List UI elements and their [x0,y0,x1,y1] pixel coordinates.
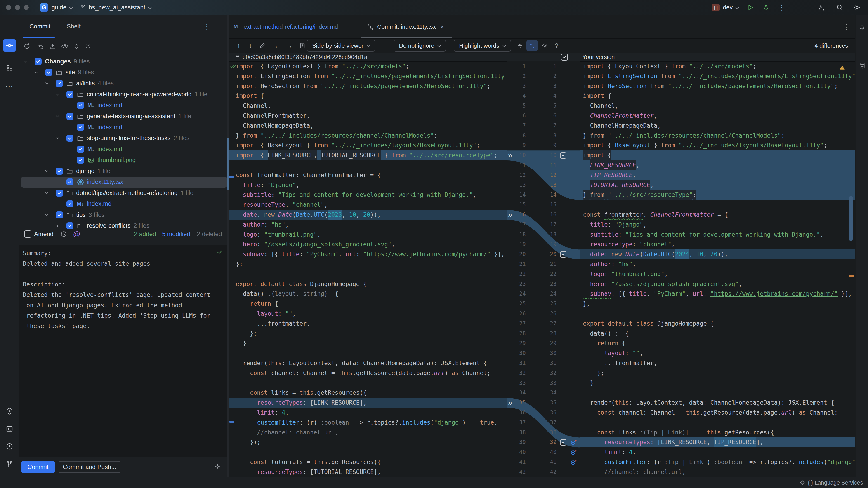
collapse-all-icon[interactable] [82,40,94,52]
help-icon[interactable]: ? [551,39,562,52]
tree-scrollbar-thumb[interactable] [227,138,229,190]
chevron-down-icon[interactable] [33,67,39,78]
chevron-down-icon[interactable] [44,209,50,220]
amend-checkbox[interactable] [24,229,31,239]
run-config-selector[interactable]: dev [723,0,739,15]
next-difference-icon[interactable]: ↓ [245,39,256,52]
tree-row-django[interactable]: django1 file [21,166,227,176]
search-everywhere-button[interactable] [835,0,845,15]
include-change-checkbox[interactable] [560,251,566,258]
row-checkbox[interactable] [77,144,84,155]
database-icon[interactable] [859,62,866,69]
more-actions-button[interactable]: ⋮ [777,0,787,15]
tree-row-tips[interactable]: tips3 files [21,209,227,220]
tab-commit-diff[interactable]: Commit: index.11ty.tsx × [367,15,444,38]
run-button[interactable] [745,0,755,15]
scrollbar-thumb[interactable] [849,196,852,241]
tab-commit[interactable]: Commit [29,15,51,38]
row-checkbox[interactable] [66,89,73,100]
tree-row-index.md[interactable]: M↓index.md [21,199,227,209]
edit-source-icon[interactable] [256,39,268,52]
include-all-checkbox[interactable] [561,54,568,61]
shelve-icon[interactable] [47,40,59,52]
window-zoom-button[interactable] [24,5,29,10]
row-checkbox[interactable] [56,166,63,176]
expand-all-icon[interactable] [71,40,83,52]
tab-shelf[interactable]: Shelf [67,15,81,38]
commit-panel-options-button[interactable]: ⋮ [204,15,210,38]
row-checkbox[interactable] [66,177,73,188]
debug-button[interactable] [761,0,771,15]
window-close-button[interactable] [6,5,11,10]
tree-row-ai/links[interactable]: ai/links4 files [21,78,227,89]
commit-options-icon[interactable]: @ [73,229,80,239]
tree-row-dotnet/tips/extract-method-refactoring[interactable]: dotnet/tips/extract-method-refactoring1 … [21,188,227,198]
commit-message-editor[interactable]: Summary:Deleted and added several site p… [19,245,229,457]
settings-button[interactable] [852,0,862,15]
row-checkbox[interactable] [56,78,63,89]
project-selector[interactable]: guide [52,0,72,15]
hide-panel-button[interactable]: — [216,15,223,38]
commit-and-push-button[interactable]: Commit and Push... [58,461,121,473]
tree-row-critical-thinking-in-an-ai-powered-world[interactable]: critical-thinking-in-an-ai-powered-world… [21,89,227,100]
apply-change-marker[interactable]: » [508,398,511,408]
chevron-down-icon[interactable] [23,56,28,67]
git-tool-button[interactable] [0,458,19,470]
tree-row-generate-tests-using-ai-assistant[interactable]: generate-tests-using-ai-assistant1 file [21,111,227,122]
changed-line-intention-icon[interactable] [569,437,578,447]
go-left-icon[interactable]: ← [272,39,283,52]
history-icon[interactable] [60,229,67,239]
tree-row-thumbnail.png[interactable]: thumbnail.png [21,155,227,166]
chevron-down-icon[interactable] [55,89,60,100]
whitespace-dropdown[interactable]: Do not ignore [394,40,446,52]
synchronize-scrolling-toggle[interactable] [526,40,538,51]
row-checkbox[interactable] [77,122,84,133]
row-checkbox[interactable] [66,199,73,209]
chevron-down-icon[interactable] [44,78,50,89]
diff-left-pane[interactable]: import { LayoutContext } from "../../src… [229,61,507,477]
language-services-widget[interactable]: { } Language Services [800,477,863,488]
preview-diff-icon[interactable] [59,40,71,52]
apply-change-marker[interactable]: » [508,210,511,220]
commit-button[interactable]: Commit [21,461,55,473]
commit-tool-button-active[interactable] [3,39,16,52]
chevron-down-icon[interactable] [55,111,60,122]
branch-selector[interactable]: hs_new_ai_assistant [80,0,151,15]
services-tool-button[interactable] [0,405,19,418]
chevron-down-icon[interactable] [44,166,50,176]
previous-difference-icon[interactable]: ↑ [233,39,244,52]
structure-tool-button[interactable] [0,61,19,74]
compare-file-icon[interactable] [297,39,308,52]
commit-settings-gear-icon[interactable] [214,463,221,470]
diff-right-pane[interactable]: import { LayoutContext } from "../../src… [580,61,855,477]
changed-line-intention-icon[interactable] [569,447,578,457]
refresh-icon[interactable] [21,40,33,52]
tab-index-md[interactable]: M↓ extract-method-refactoring/index.md [234,15,338,38]
row-checkbox[interactable] [35,56,41,67]
row-checkbox[interactable] [66,111,73,122]
terminal-tool-button[interactable] [0,422,19,435]
collapse-unchanged-icon[interactable] [514,39,526,52]
panel-resize-handle[interactable] [227,15,229,477]
code-with-me-button[interactable] [816,0,827,15]
row-checkbox[interactable] [77,155,84,166]
tree-row-index.md[interactable]: M↓index.md [21,144,227,155]
close-icon[interactable]: × [440,23,444,31]
row-checkbox[interactable] [45,67,52,78]
tree-row-index.md[interactable]: M↓index.md [21,122,227,133]
row-checkbox[interactable] [56,188,63,198]
tree-row-site[interactable]: site9 files [21,67,227,78]
window-minimize-button[interactable] [15,5,20,10]
row-checkbox[interactable] [66,133,73,144]
tree-row-index.md[interactable]: M↓index.md [21,100,227,111]
viewer-mode-dropdown[interactable]: Side-by-side viewer [307,40,375,52]
go-right-icon[interactable]: → [284,39,295,52]
changed-line-intention-icon[interactable] [569,457,578,467]
row-checkbox[interactable] [77,100,84,111]
apply-change-marker[interactable]: » [508,151,511,160]
problems-tool-button[interactable] [0,440,19,453]
tree-row-Changes[interactable]: Changes9 files [21,56,227,67]
notifications-bell-icon[interactable] [859,24,866,31]
warning-icon[interactable] [839,65,845,70]
include-change-checkbox[interactable] [560,439,566,446]
